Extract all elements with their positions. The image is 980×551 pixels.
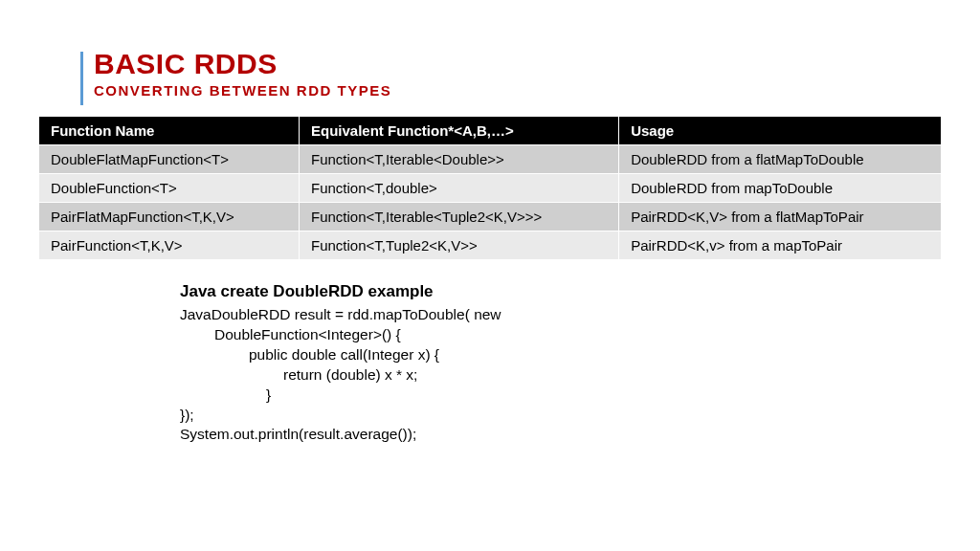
- cell: Function<T,Tuple2<K,V>>: [300, 231, 619, 260]
- col-header: Function Name: [39, 117, 300, 145]
- cell: DoubleRDD from a flatMapToDouble: [619, 145, 942, 174]
- code-line: public double call(Integer x) {: [180, 345, 942, 365]
- cell: PairRDD<K,v> from a mapToPair: [619, 231, 942, 260]
- col-header: Usage: [619, 117, 942, 145]
- cell: Function<T,Iterable<Tuple2<K,V>>>: [300, 203, 619, 231]
- cell: Function<T,double>: [300, 174, 619, 203]
- functions-table: Function Name Equivalent Function*<A,B,……: [38, 116, 942, 260]
- cell: PairRDD<K,V> from a flatMapToPair: [619, 203, 942, 231]
- accent-bar: [80, 52, 83, 105]
- code-line: JavaDoubleRDD result = rdd.mapToDouble( …: [180, 305, 942, 325]
- cell: DoubleFlatMapFunction<T>: [39, 145, 300, 174]
- cell: Function<T,Iterable<Double>>: [300, 145, 619, 174]
- slide: BASIC RDDS CONVERTING BETWEEN RDD TYPES …: [0, 0, 980, 551]
- cell: PairFunction<T,K,V>: [39, 231, 300, 260]
- code-line: DoubleFunction<Integer>() {: [180, 325, 942, 345]
- table-row: PairFunction<T,K,V> Function<T,Tuple2<K,…: [39, 231, 942, 260]
- code-line: }: [180, 386, 942, 406]
- code-example: Java create DoubleRDD example JavaDouble…: [180, 281, 942, 445]
- code-line: });: [180, 406, 942, 426]
- example-heading: Java create DoubleRDD example: [180, 281, 942, 303]
- slide-title: BASIC RDDS: [94, 48, 942, 80]
- table-row: DoubleFlatMapFunction<T> Function<T,Iter…: [39, 145, 942, 174]
- table-row: PairFlatMapFunction<T,K,V> Function<T,It…: [39, 203, 942, 231]
- code-line: return (double) x * x;: [180, 365, 942, 386]
- table-row: DoubleFunction<T> Function<T,double> Dou…: [39, 174, 942, 203]
- cell: DoubleRDD from mapToDouble: [619, 174, 942, 203]
- cell: PairFlatMapFunction<T,K,V>: [39, 203, 300, 231]
- code-line: System.out.println(result.average());: [180, 425, 942, 445]
- col-header: Equivalent Function*<A,B,…>: [300, 117, 619, 145]
- cell: DoubleFunction<T>: [39, 174, 300, 203]
- slide-subtitle: CONVERTING BETWEEN RDD TYPES: [94, 82, 942, 99]
- table-header-row: Function Name Equivalent Function*<A,B,……: [39, 117, 942, 145]
